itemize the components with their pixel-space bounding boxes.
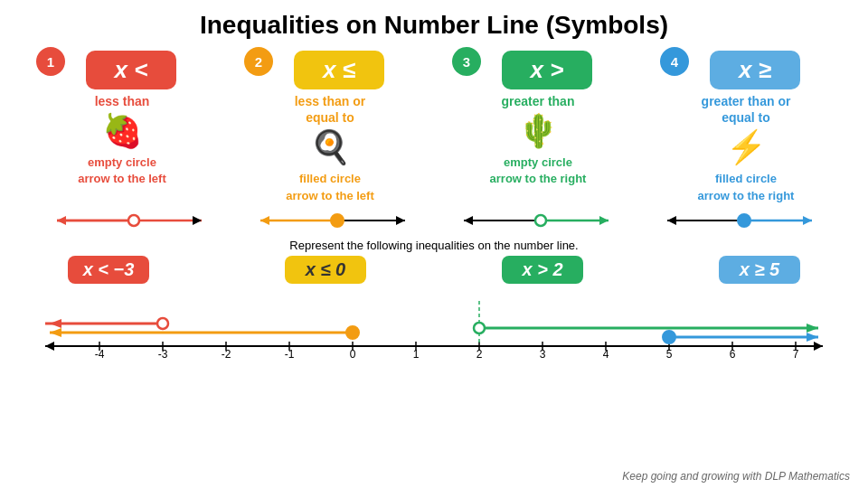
svg-text:-3: -3 bbox=[158, 348, 168, 361]
svg-text:0: 0 bbox=[350, 348, 356, 361]
card-less-than: 1 x < less than 🍓 empty circlearrow to t… bbox=[27, 47, 217, 188]
card1-emoji: 🍓 bbox=[102, 112, 143, 150]
card-greater-than: 3 x > greater than 🌵 empty circlearrow t… bbox=[443, 47, 633, 188]
card3-desc: empty circlearrow to the right bbox=[490, 155, 587, 187]
svg-marker-22 bbox=[814, 342, 823, 351]
card4-num: 4 bbox=[660, 47, 689, 76]
practice-box3: x > 2 bbox=[502, 256, 583, 284]
card4-box: x ≥ bbox=[710, 51, 800, 89]
svg-text:4: 4 bbox=[603, 348, 609, 361]
svg-point-9 bbox=[331, 214, 344, 227]
svg-marker-7 bbox=[396, 216, 405, 225]
svg-marker-51 bbox=[50, 328, 61, 337]
svg-point-19 bbox=[738, 214, 750, 227]
svg-text:1: 1 bbox=[413, 348, 420, 361]
card4-label: greater than orequal to bbox=[702, 93, 791, 126]
card2-num: 2 bbox=[244, 47, 273, 76]
card1-desc: empty circlearrow to the left bbox=[78, 155, 166, 187]
practice-box2: x ≤ 0 bbox=[285, 256, 366, 284]
nl1 bbox=[34, 208, 224, 233]
svg-text:5: 5 bbox=[666, 348, 673, 361]
svg-text:7: 7 bbox=[793, 348, 799, 361]
svg-text:3: 3 bbox=[540, 348, 546, 361]
card2-desc: filled circlearrow to the left bbox=[286, 171, 374, 203]
card1-num: 1 bbox=[36, 47, 65, 76]
svg-text:-4: -4 bbox=[95, 348, 105, 361]
card2-emoji: 🍳 bbox=[310, 128, 351, 166]
nl4 bbox=[645, 208, 835, 233]
card3-box: x > bbox=[502, 51, 592, 89]
svg-marker-2 bbox=[193, 216, 202, 225]
svg-marker-55 bbox=[807, 324, 818, 333]
svg-marker-58 bbox=[807, 333, 818, 342]
practice-cards: x < −3 x ≤ 0 x > 2 x ≥ 5 bbox=[0, 256, 868, 284]
svg-marker-11 bbox=[464, 216, 473, 225]
svg-text:2: 2 bbox=[476, 348, 483, 361]
card3-num: 3 bbox=[452, 47, 481, 76]
svg-text:6: 6 bbox=[730, 348, 736, 361]
nl4-svg bbox=[658, 210, 821, 231]
card-less-equal: 2 x ≤ less than orequal to 🍳 filled circ… bbox=[235, 47, 425, 204]
svg-marker-16 bbox=[667, 216, 676, 225]
cards-section: 1 x < less than 🍓 empty circlearrow to t… bbox=[0, 47, 868, 204]
svg-marker-21 bbox=[45, 342, 54, 351]
practice-box1: x < −3 bbox=[68, 256, 149, 284]
svg-point-49 bbox=[157, 318, 168, 329]
card4-emoji: ⚡ bbox=[726, 128, 767, 166]
top-number-lines bbox=[0, 204, 868, 233]
svg-point-56 bbox=[474, 323, 485, 333]
nl2-svg bbox=[251, 210, 414, 231]
svg-point-52 bbox=[346, 326, 359, 339]
svg-point-14 bbox=[535, 215, 546, 226]
nl3-svg bbox=[455, 210, 618, 231]
nl2 bbox=[238, 208, 428, 233]
card1-box: x < bbox=[86, 51, 176, 89]
practice-label: Represent the following inequalities on … bbox=[0, 239, 868, 252]
card4-desc: filled circlearrow to the right bbox=[698, 171, 795, 203]
practice-box4: x ≥ 5 bbox=[719, 256, 800, 284]
watermark: Keep going and growing with DLP Mathemat… bbox=[622, 470, 850, 483]
svg-point-59 bbox=[663, 331, 675, 343]
svg-text:-1: -1 bbox=[285, 348, 295, 361]
card3-emoji: 🌵 bbox=[518, 112, 559, 150]
page-title: Inequalities on Number Line (Symbols) bbox=[0, 0, 868, 47]
card-greater-equal: 4 x ≥ greater than orequal to ⚡ filled c… bbox=[651, 47, 841, 204]
bottom-number-line: -4 -3 -2 -1 0 1 2 3 4 5 6 7 bbox=[0, 287, 868, 363]
svg-marker-48 bbox=[50, 319, 61, 328]
card2-box: x ≤ bbox=[294, 51, 384, 89]
card3-label: greater than bbox=[502, 93, 575, 109]
nl3 bbox=[441, 208, 631, 233]
nl1-svg bbox=[48, 210, 211, 231]
card2-label: less than orequal to bbox=[295, 93, 366, 126]
bottom-nl-svg: -4 -3 -2 -1 0 1 2 3 4 5 6 7 bbox=[27, 287, 841, 360]
svg-text:-2: -2 bbox=[222, 348, 231, 361]
card1-label: less than bbox=[95, 93, 150, 109]
svg-point-3 bbox=[128, 215, 139, 226]
